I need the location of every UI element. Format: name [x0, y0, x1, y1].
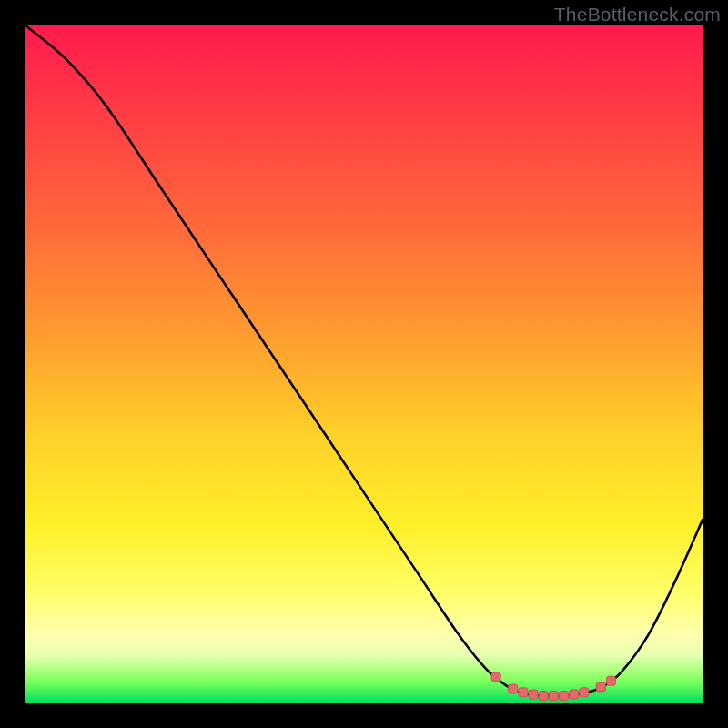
marker-square — [549, 692, 558, 701]
marker-square — [607, 676, 616, 685]
marker-square — [580, 688, 589, 697]
marker-square — [596, 682, 605, 692]
chart-stage: TheBottleneck.com — [0, 0, 728, 728]
series-curve — [25, 25, 703, 696]
marker-square — [559, 692, 568, 701]
marker-square — [509, 684, 518, 693]
marker-square — [570, 690, 579, 699]
marker-square — [539, 692, 548, 701]
series-markers — [491, 672, 615, 701]
watermark-text: TheBottleneck.com — [554, 4, 721, 25]
chart-svg — [25, 25, 703, 703]
marker-square — [529, 690, 538, 699]
chart-plot-area — [25, 25, 703, 703]
marker-square — [519, 688, 528, 697]
marker-square — [491, 672, 500, 682]
